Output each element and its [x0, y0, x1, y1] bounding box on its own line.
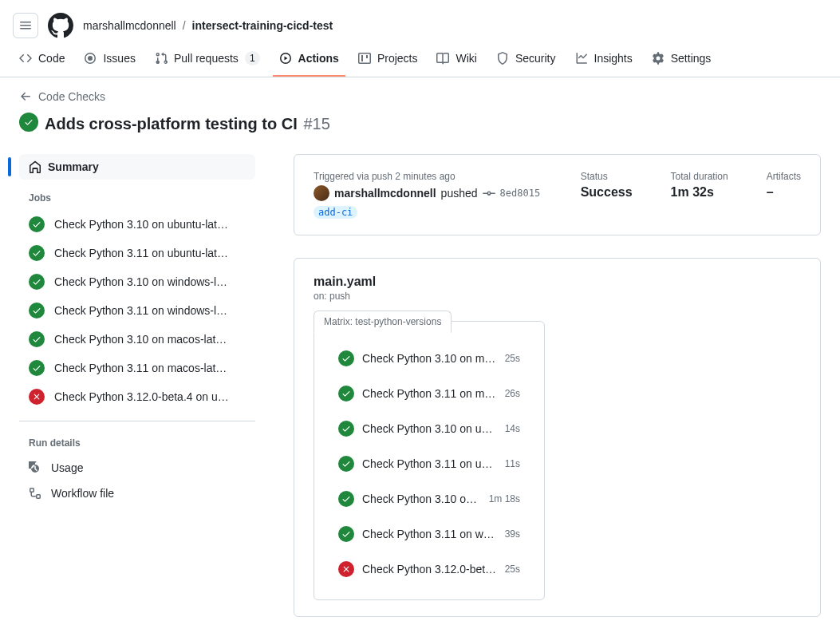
sidebar-job-label: Check Python 3.10 on ubuntu-lat…	[54, 218, 228, 231]
sidebar-usage[interactable]: Usage	[19, 455, 255, 481]
status-label: Status	[581, 171, 633, 182]
matrix-job-item[interactable]: Check Python 3.10 on mac…25s	[327, 341, 531, 376]
github-logo-icon	[48, 13, 73, 38]
matrix-job-duration: 11s	[505, 458, 520, 469]
back-to-workflow-link[interactable]: Code Checks	[19, 90, 105, 103]
check-icon	[32, 248, 41, 258]
sidebar-job-item[interactable]: Check Python 3.11 on windows-l…	[19, 296, 255, 325]
sidebar-summary[interactable]: Summary	[19, 154, 255, 180]
hamburger-menu-button[interactable]	[13, 13, 38, 38]
sidebar-job-item[interactable]: Check Python 3.12.0-beta.4 on u…	[19, 382, 255, 411]
git-commit-icon	[483, 187, 495, 200]
sidebar-job-item[interactable]: Check Python 3.11 on macos-lat…	[19, 354, 255, 382]
tab-code[interactable]: Code	[13, 45, 71, 76]
check-icon	[32, 334, 41, 344]
status-icon	[29, 360, 45, 376]
sidebar-job-item[interactable]: Check Python 3.10 on windows-l…	[19, 267, 255, 296]
sidebar-divider	[19, 421, 255, 421]
tab-wiki[interactable]: Wiki	[430, 45, 483, 76]
status-icon	[338, 491, 354, 507]
tab-issues[interactable]: Issues	[77, 45, 141, 76]
branch-tag[interactable]: add-ci	[314, 206, 357, 219]
breadcrumb: marshallmcdonnell / intersect-training-c…	[83, 19, 333, 32]
triggered-text: Triggered via push 2 minutes ago	[314, 171, 542, 182]
run-sidebar: Summary Jobs Check Python 3.10 on ubuntu…	[19, 154, 255, 617]
sidebar-job-label: Check Python 3.11 on macos-lat…	[54, 362, 227, 374]
status-icon	[29, 245, 45, 261]
matrix-job-item[interactable]: Check Python 3.11 on ubu…11s	[327, 446, 531, 481]
sidebar-job-label: Check Python 3.11 on windows-l…	[54, 304, 227, 317]
gear-icon	[652, 52, 665, 65]
workflow-trigger: on: push	[314, 291, 801, 302]
matrix-job-duration: 25s	[505, 564, 520, 575]
status-icon	[29, 389, 45, 405]
matrix-label[interactable]: Matrix: test-python-versions	[314, 311, 452, 333]
commit-sha-link[interactable]: 8ed8015	[500, 188, 541, 199]
matrix-job-item[interactable]: Check Python 3.11 on wind…39s	[327, 516, 531, 552]
matrix-job-duration: 1m 18s	[489, 493, 520, 504]
avatar[interactable]	[314, 185, 329, 201]
status-icon	[338, 350, 354, 366]
check-icon	[341, 459, 351, 469]
status-icon	[29, 303, 45, 318]
run-status-icon	[19, 113, 38, 132]
breadcrumb-owner[interactable]: marshallmcdonnell	[83, 19, 176, 32]
sidebar-workflow-file[interactable]: Workflow file	[19, 481, 255, 506]
matrix-job-item[interactable]: Check Python 3.11 on mac…26s	[327, 376, 531, 411]
matrix-job-duration: 26s	[505, 388, 520, 399]
artifacts-label: Artifacts	[767, 171, 801, 182]
check-icon	[341, 389, 351, 398]
status-icon	[29, 331, 45, 347]
tab-pull-requests[interactable]: Pull requests 1	[148, 45, 266, 77]
sidebar-run-details-heading: Run details	[19, 425, 255, 455]
tab-security[interactable]: Security	[490, 45, 562, 76]
matrix-job-item[interactable]: Check Python 3.10 on ubu…14s	[327, 411, 531, 446]
tab-insights[interactable]: Insights	[569, 45, 639, 76]
matrix-job-label: Check Python 3.10 on w…	[362, 493, 481, 505]
matrix-job-item[interactable]: Check Python 3.12.0-beta.…25s	[327, 552, 531, 587]
check-icon	[341, 354, 351, 363]
sidebar-job-item[interactable]: Check Python 3.10 on macos-lat…	[19, 325, 255, 354]
duration-value: 1m 32s	[671, 185, 728, 200]
status-icon	[338, 421, 354, 437]
sidebar-job-label: Check Python 3.12.0-beta.4 on u…	[54, 390, 229, 403]
github-logo[interactable]	[48, 13, 73, 38]
x-icon	[341, 564, 351, 574]
hamburger-icon	[19, 19, 32, 32]
matrix-job-label: Check Python 3.11 on mac…	[362, 387, 497, 400]
sidebar-job-item[interactable]: Check Python 3.11 on ubuntu-lat…	[19, 239, 255, 267]
book-icon	[436, 52, 449, 65]
tab-actions[interactable]: Actions	[273, 45, 345, 76]
code-icon	[19, 52, 32, 65]
home-icon	[29, 160, 41, 173]
matrix-job-label: Check Python 3.11 on wind…	[362, 528, 497, 540]
matrix-job-duration: 25s	[505, 353, 520, 364]
matrix-job-item[interactable]: Check Python 3.10 on w…1m 18s	[327, 481, 531, 516]
check-icon	[24, 117, 34, 127]
breadcrumb-repo[interactable]: intersect-training-cicd-test	[192, 19, 333, 32]
tab-settings[interactable]: Settings	[645, 45, 718, 76]
sidebar-job-label: Check Python 3.10 on macos-lat…	[54, 333, 227, 346]
status-icon	[338, 526, 354, 542]
run-main: Triggered via push 2 minutes ago marshal…	[294, 154, 821, 617]
run-number: #15	[303, 115, 329, 133]
run-summary-panel: Triggered via push 2 minutes ago marshal…	[294, 154, 821, 235]
matrix-job-label: Check Python 3.10 on mac…	[362, 352, 497, 365]
check-icon	[32, 220, 41, 229]
workflow-panel: main.yaml on: push Matrix: test-python-v…	[294, 258, 821, 617]
issue-icon	[84, 52, 97, 65]
status-icon	[338, 386, 354, 402]
matrix-job-label: Check Python 3.11 on ubu…	[362, 457, 497, 470]
breadcrumb-sep: /	[183, 19, 186, 32]
x-icon	[32, 392, 41, 402]
check-icon	[341, 529, 351, 539]
shield-icon	[496, 52, 509, 65]
matrix-job-duration: 14s	[505, 423, 520, 434]
sidebar-job-item[interactable]: Check Python 3.10 on ubuntu-lat…	[19, 210, 255, 239]
matrix-box: Matrix: test-python-versions Check Pytho…	[314, 321, 545, 600]
actor-link[interactable]: marshallmcdonnell	[334, 187, 436, 200]
play-circle-icon	[279, 52, 292, 65]
tab-projects[interactable]: Projects	[352, 45, 424, 76]
check-icon	[341, 424, 351, 433]
status-icon	[338, 561, 354, 577]
